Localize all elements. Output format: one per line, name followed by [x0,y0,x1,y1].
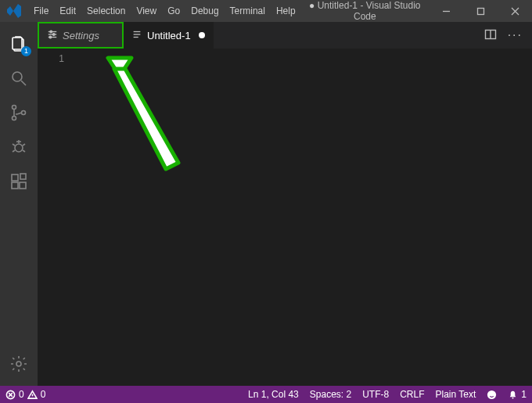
svg-rect-20 [20,182,26,189]
editor[interactable]: 1 [38,49,532,386]
status-cursor[interactable]: Ln 1, Col 43 [243,386,304,403]
svg-line-15 [13,150,15,152]
titlebar: File Edit Selection View Go Debug Termin… [0,0,532,22]
tab-untitled[interactable]: Untitled-1 [124,22,214,49]
menu-terminal[interactable]: Terminal [225,0,271,22]
status-notifications[interactable]: 1 [502,386,532,403]
svg-line-7 [21,81,26,85]
maximize-button[interactable] [463,0,498,22]
editor-text[interactable] [77,49,532,386]
menu-view[interactable]: View [131,0,162,22]
minimize-button[interactable] [429,0,463,22]
split-editor-icon[interactable] [484,28,497,43]
more-actions-icon[interactable]: ··· [508,28,523,42]
dirty-indicator-icon [199,32,205,38]
svg-point-40 [487,390,496,398]
menu-selection[interactable]: Selection [81,0,131,22]
svg-point-26 [50,31,52,33]
close-button[interactable] [498,0,532,22]
menu-help[interactable]: Help [271,0,301,22]
svg-point-22 [16,362,21,366]
svg-rect-19 [12,182,18,189]
activity-bar: 1 [0,22,38,386]
svg-point-28 [49,36,52,38]
menu-bar: File Edit Selection View Go Debug Termin… [28,0,301,22]
tab-settings-label: Settings [63,30,99,41]
svg-rect-21 [20,174,26,179]
svg-line-16 [23,150,25,152]
svg-rect-1 [477,8,483,14]
svg-point-6 [13,72,22,81]
tab-bar: Settings Untitled-1 ··· [38,22,532,49]
svg-rect-5 [13,38,22,49]
editor-area: Settings Untitled-1 ··· 1 [38,22,532,386]
tab-untitled-label: Untitled-1 [147,30,191,41]
status-language[interactable]: Plain Text [430,386,482,403]
file-icon [131,29,142,42]
svg-line-14 [23,144,25,146]
window-controls [429,0,532,22]
svg-line-13 [13,144,15,146]
svg-point-8 [13,106,16,110]
status-indent[interactable]: Spaces: 2 [304,386,357,403]
menu-edit[interactable]: Edit [54,0,81,22]
status-encoding[interactable]: UTF-8 [357,386,394,403]
svg-rect-18 [12,175,18,181]
menu-debug[interactable]: Debug [185,0,224,22]
activity-search[interactable] [0,61,38,95]
line-number: 1 [38,53,64,64]
status-feedback-icon[interactable] [481,386,502,403]
activity-explorer[interactable]: 1 [0,27,38,61]
svg-point-42 [493,393,494,394]
activity-extensions[interactable] [0,164,38,199]
svg-point-43 [512,397,514,398]
explorer-badge: 1 [21,46,31,56]
settings-icon [47,29,58,42]
workbench: 1 Settings [0,22,532,386]
svg-point-9 [13,117,16,121]
svg-point-10 [22,111,26,115]
status-problems[interactable]: 0 0 [0,386,51,403]
status-bar: 0 0 Ln 1, Col 43 Spaces: 2 UTF-8 CRLF Pl… [0,386,532,403]
svg-point-41 [490,393,491,394]
tab-settings[interactable]: Settings [38,22,124,49]
window-title: ● Untitled-1 - Visual Studio Code [301,0,429,22]
activity-debug[interactable] [0,130,38,164]
line-gutter: 1 [38,49,77,386]
activity-source-control[interactable] [0,95,38,130]
menu-go[interactable]: Go [162,0,185,22]
menu-file[interactable]: File [28,0,54,22]
status-eol[interactable]: CRLF [394,386,430,403]
svg-point-11 [15,144,23,152]
activity-settings[interactable] [0,347,38,381]
vscode-logo-icon [5,2,23,20]
svg-point-27 [52,33,55,35]
